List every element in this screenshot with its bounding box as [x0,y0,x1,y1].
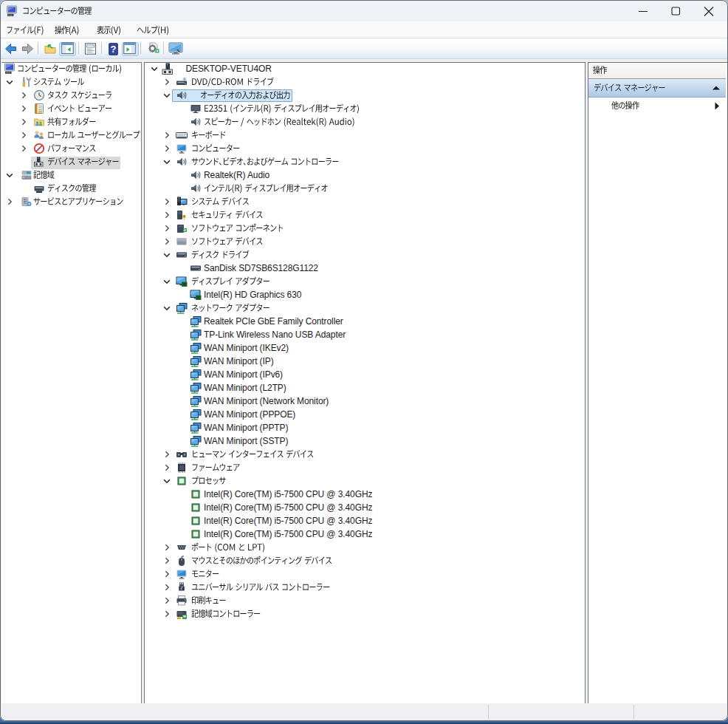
svg-text:?: ? [110,44,116,55]
